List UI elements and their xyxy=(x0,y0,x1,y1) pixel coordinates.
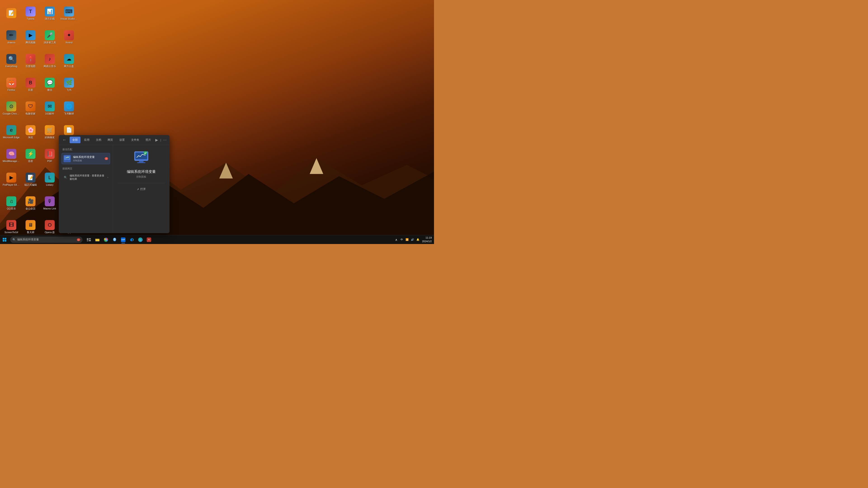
search-tab-apps[interactable]: 应用 xyxy=(81,137,92,143)
desktop-icon-row4-3[interactable]: 🌐飞书翻译 xyxy=(60,97,78,120)
search-tab-web[interactable]: 网页 xyxy=(105,137,116,143)
taskbar-time-value: 11:19 xyxy=(422,236,432,239)
desktop-icon-row4-1[interactable]: 🛡电脑管家 xyxy=(22,97,39,120)
desktop-icon-row1-1[interactable]: ▶腾讯视频 xyxy=(22,26,39,48)
taskbar-start-button[interactable] xyxy=(0,235,9,244)
desktop-icon-row7-1[interactable]: 📝端正式编辑 xyxy=(22,168,39,191)
desktop-icon-row0-1[interactable]: TTypora xyxy=(22,2,39,25)
desktop-icon-label-row3-2: 微信 xyxy=(47,89,52,92)
desktop-icon-row2-2[interactable]: ♪网易云音乐 xyxy=(41,50,59,72)
desktop-icon-row7-2[interactable]: LListary xyxy=(41,168,59,191)
desktop-icon-img-row0-2: 📊 xyxy=(45,6,55,17)
taskbar-speaker-icon[interactable]: 🔊 xyxy=(410,237,415,242)
desktop-icon-label-row8-1: 金山会议 xyxy=(26,207,35,210)
search-left-panel: 最佳匹配 编辑系统环境变量 xyxy=(59,145,113,233)
desktop-icon-img-row0-0: 📝 xyxy=(6,8,16,18)
search-right-name: 编辑系统环境变量 xyxy=(127,169,156,174)
desktop-icon-row5-1[interactable]: 🌸淘花 xyxy=(22,121,39,143)
svg-rect-24 xyxy=(87,240,88,241)
svg-point-33 xyxy=(114,239,114,240)
desktop-icon-row3-1[interactable]: B百度 xyxy=(22,73,39,96)
desktop-icon-label-row0-2: 演示文稿 xyxy=(45,18,55,20)
desktop-icon-label-row2-1: 百度地图 xyxy=(26,65,35,68)
desktop-icon-row3-3[interactable]: 🌿飞书 xyxy=(60,73,78,96)
web-search-item[interactable]: 🔍 编辑系统环境变量 - 查看更多搜索结果 › xyxy=(61,172,110,183)
desktop-icon-row7-0[interactable]: ▶PotPlayer 64 bit xyxy=(2,168,20,191)
taskbar-qq[interactable] xyxy=(111,236,119,244)
desktop-icon-row4-2[interactable]: ✉163邮件 xyxy=(41,97,59,120)
taskbar-youdao[interactable]: 有 xyxy=(145,236,153,244)
taskbar-listary[interactable]: L xyxy=(136,236,145,244)
search-tab-play-icon[interactable]: ▶ xyxy=(155,137,158,143)
desktop-icon-row0-3[interactable]: ⌨Visual Studio Code xyxy=(60,2,78,25)
desktop-icon-row3-2[interactable]: 💬微信 xyxy=(41,73,59,96)
desktop-icon-row8-0[interactable]: ♫QQ音乐 xyxy=(2,192,20,215)
svg-rect-17 xyxy=(3,238,4,239)
desktop-icon-img-row6-1: ⚡ xyxy=(26,149,35,159)
desktop-icon-row3-0[interactable]: 🦊Firefox xyxy=(2,73,20,96)
desktop-icon-row6-0[interactable]: 🧠MindManager 23 xyxy=(2,144,20,167)
desktop-icon-label-row5-1: 淘花 xyxy=(28,136,33,139)
search-tab-docs[interactable]: 文档 xyxy=(93,137,104,143)
desktop-icon-row0-2[interactable]: 📊演示文稿 xyxy=(41,2,59,25)
desktop-icon-row2-0[interactable]: 🔍Everything xyxy=(2,50,20,72)
desktop-icon-row4-0[interactable]: ⊙Google Chrome xyxy=(2,97,20,120)
desktop-icon-img-row0-1: T xyxy=(26,6,35,17)
desktop-icon-img-row2-3: ☁ xyxy=(64,54,74,64)
taskbar-explorer[interactable] xyxy=(93,236,101,244)
desktop-icon-img-row3-1: B xyxy=(26,78,35,88)
desktop-icon-row6-2[interactable]: 📕PDF xyxy=(41,144,59,167)
desktop-icon-label-row9-0: ScreenToGif xyxy=(4,231,18,234)
svg-point-16 xyxy=(144,151,147,155)
taskbar-search-bar[interactable]: 🔍 编辑系统环境变量 1 xyxy=(10,236,83,243)
taskbar-edge[interactable] xyxy=(128,236,136,244)
desktop-icon-row8-1[interactable]: 🎥金山会议 xyxy=(22,192,39,215)
best-match-badge: 2 xyxy=(105,157,108,160)
desktop-icon-row1-3[interactable]: ✦Xmind xyxy=(60,26,78,48)
search-tab-photos[interactable]: 照片 xyxy=(143,137,154,143)
search-tab-files[interactable]: 文件夹 xyxy=(128,137,142,143)
desktop-icon-row8-2[interactable]: 🎙Maono Link xyxy=(41,192,59,215)
taskbar-chrome[interactable] xyxy=(102,236,110,244)
desktop-icon-row0-0[interactable]: 📝 xyxy=(2,2,20,25)
desktop-icon-label-row7-0: PotPlayer 64 bit xyxy=(3,184,20,186)
desktop-icon-row6-1[interactable]: ⚡迅雷 xyxy=(22,144,39,167)
desktop-icon-row5-0[interactable]: eMicrosoft Edge xyxy=(2,121,20,143)
desktop-icon-row2-1[interactable]: 📍百度地图 xyxy=(22,50,39,72)
svg-rect-13 xyxy=(139,161,144,162)
search-open-button[interactable]: ↗ 打开 xyxy=(134,186,149,193)
search-tab-all[interactable]: 全部 xyxy=(70,137,81,143)
open-icon: ↗ xyxy=(137,188,139,191)
desktop-icon-img-row4-3: 🌐 xyxy=(64,101,74,111)
taskbar-battery-icon[interactable]: 🔔 xyxy=(416,237,420,242)
desktop-icon-img-row2-1: 📍 xyxy=(26,54,35,64)
desktop-icon-img-row8-2: 🎙 xyxy=(45,196,55,206)
search-tab-more-icon[interactable]: ··· xyxy=(163,137,167,143)
taskbar-chevron-icon[interactable]: ∧ xyxy=(394,237,399,242)
taskbar-input-icon[interactable]: 中 xyxy=(399,237,404,242)
taskbar-datetime[interactable]: 11:19 2024/1/2 xyxy=(422,236,432,243)
desktop-icon-row1-2[interactable]: 🎤演讲者工具 xyxy=(41,26,59,48)
svg-rect-18 xyxy=(5,238,6,239)
desktop-icon-label-row8-2: Maono Link xyxy=(43,207,56,210)
desktop-icon-img-row8-0: ♫ xyxy=(6,196,16,206)
taskbar-sap[interactable]: SAP xyxy=(119,236,127,244)
taskbar-taskview[interactable] xyxy=(85,236,93,244)
search-tab-settings[interactable]: 设置 xyxy=(117,137,127,143)
best-match-item[interactable]: 编辑系统环境变量 控制面板 2 xyxy=(61,153,110,164)
desktop-icon-img-row5-1: 🌸 xyxy=(26,125,35,135)
desktop-icon-img-row4-2: ✉ xyxy=(45,101,55,111)
desktop-icon-img-row3-2: 💬 xyxy=(45,78,55,88)
taskbar-network-icon[interactable]: 📶 xyxy=(405,237,409,242)
desktop-icon-img-row7-2: L xyxy=(45,173,55,183)
desktop-icon-row5-2[interactable]: 🛒好购物友 xyxy=(41,121,59,143)
desktop-icon-img-row1-3: ✦ xyxy=(64,30,74,40)
best-match-desc: 控制面板 xyxy=(73,159,104,162)
desktop-icon-row1-0[interactable]: ✏draw.io xyxy=(2,26,20,48)
search-back-button[interactable]: ← xyxy=(61,137,67,143)
search-popup: ← 全部 应用 文档 网页 设置 文件夹 照片 ▶ | ··· 最佳匹配 xyxy=(59,135,169,233)
desktop-icon-row2-3[interactable]: ☁网力云盘 xyxy=(60,50,78,72)
desktop-icon-label-row2-3: 网力云盘 xyxy=(64,65,74,68)
desktop-icon-label-row4-2: 163邮件 xyxy=(45,112,54,115)
desktop-icon-label-row0-1: Typora xyxy=(27,18,34,20)
